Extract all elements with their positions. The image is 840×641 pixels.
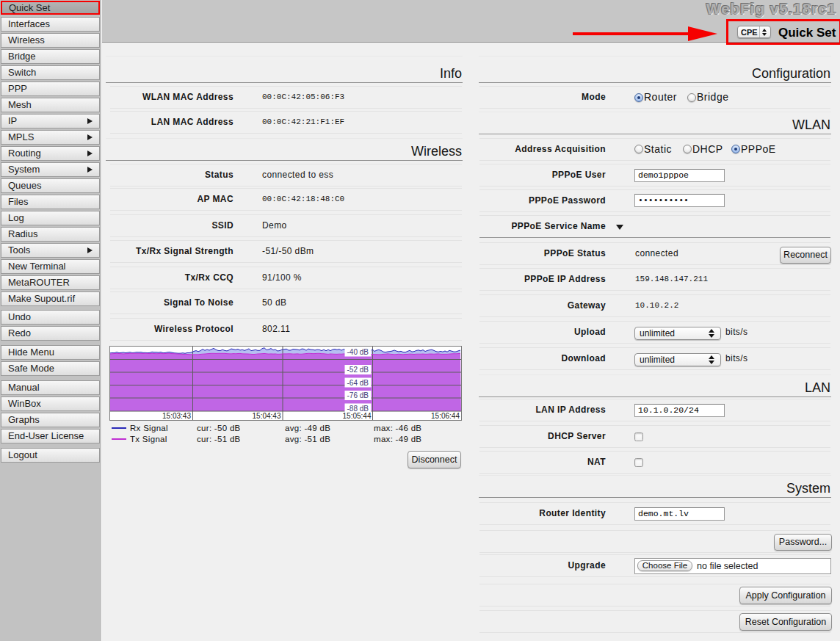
svg-text:-64 dB: -64 dB bbox=[347, 379, 369, 387]
svg-text:15:03:43: 15:03:43 bbox=[162, 412, 191, 420]
svg-text:15:05:44: 15:05:44 bbox=[343, 412, 372, 420]
svg-text:15:04:43: 15:04:43 bbox=[253, 412, 281, 420]
svg-text:-76 dB: -76 dB bbox=[347, 391, 369, 399]
svg-text:-52 dB: -52 dB bbox=[347, 366, 369, 374]
svg-text:15:06:44: 15:06:44 bbox=[431, 412, 460, 420]
svg-text:-40 dB: -40 dB bbox=[347, 348, 369, 356]
svg-text:-88 dB: -88 dB bbox=[347, 405, 369, 413]
